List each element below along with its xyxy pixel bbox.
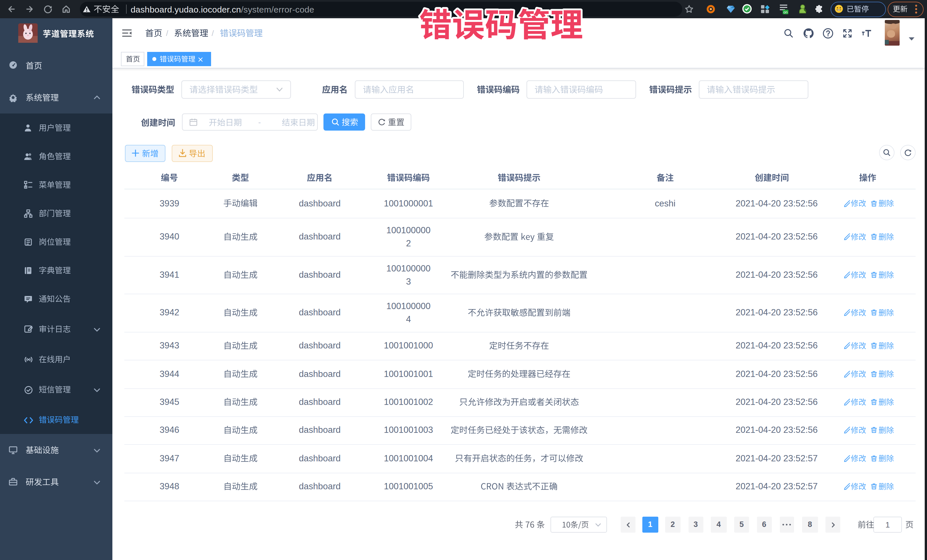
svg-text:on: on xyxy=(784,10,787,14)
